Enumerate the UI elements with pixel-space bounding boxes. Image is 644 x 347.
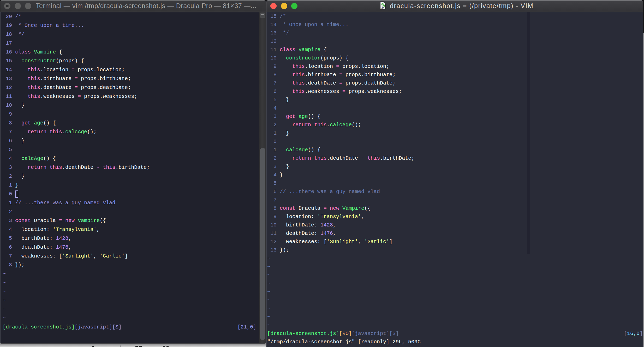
svg-text:JS: JS — [381, 7, 384, 9]
